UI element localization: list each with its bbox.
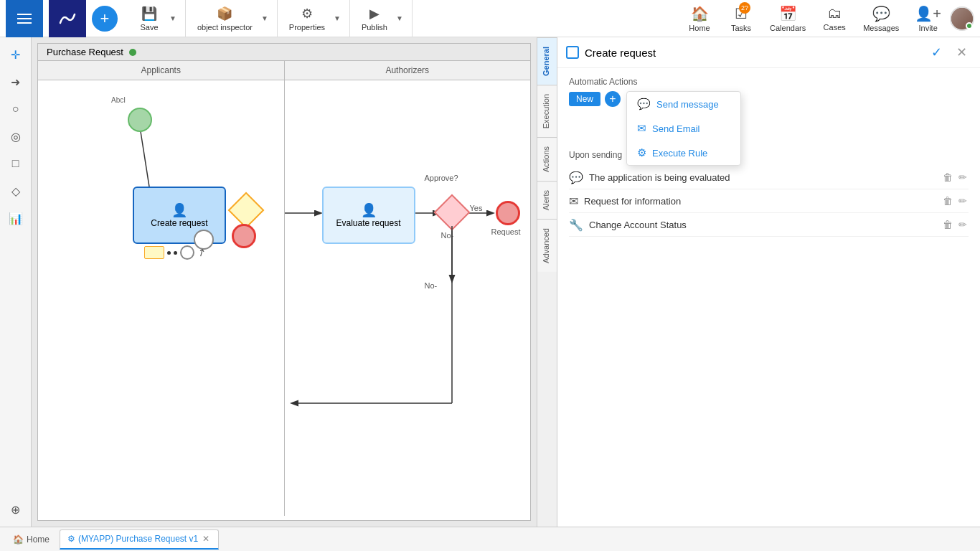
nav-right: 🏠 Home ☑ 2? Tasks 📅 Calendars 🗂 Cases 💬 … [679,2,974,35]
tasks-nav-label: Tasks [731,24,751,32]
properties-button[interactable]: ⚙ Properties [283,3,331,34]
yes-end-event[interactable] [496,201,520,225]
panel-title: Create request [585,47,921,59]
applicants-connections [38,80,284,514]
add-action-button[interactable]: + [605,91,621,107]
approve-gateway[interactable] [433,194,470,231]
arrow-tool[interactable]: ➜ [4,70,27,93]
main-toolbar: + 💾 Save ▼ 📦 object inspector ▼ ⚙ Proper… [0,0,980,37]
invite-icon: 👤+ [915,5,941,22]
bottom-tabs: 🏠 Home ⚙ (MYAPP) Purchase Request v1 ✕ [0,527,980,551]
messages-nav-button[interactable]: 💬 Messages [856,2,906,35]
online-indicator [966,22,973,29]
diamond-tool[interactable]: ◇ [4,179,27,202]
dot1 [167,251,171,255]
action-1-btns: 🗑 ✏ [941,170,969,184]
tab-alerts[interactable]: Alerts [537,181,557,219]
cases-icon: 🗂 [827,5,842,22]
cases-nav-button[interactable]: 🗂 Cases [814,2,854,34]
panel-confirm-button[interactable]: ✓ [927,43,946,62]
action-row-2: ✉ Request for information 🗑 ✏ [569,189,969,213]
object-inspector-arrow[interactable]: ▼ [258,13,271,24]
approve-label: Approve? [425,174,458,182]
yes-label: Yes [470,204,483,212]
intermediate-small [180,245,194,260]
tasks-badge-count: 2? [739,2,750,14]
tasks-nav-button[interactable]: ☑ 2? Tasks [721,2,761,35]
automatic-actions-label: Automatic Actions [569,77,969,87]
properties-icon: ⚙ [301,6,313,22]
panel-close-button[interactable]: ✕ [952,43,971,62]
action-2-delete-btn[interactable]: 🗑 [941,194,954,208]
action-row-1: 💬 The application is being evaluated 🗑 ✏ [569,166,969,189]
create-gateway[interactable] [228,192,265,229]
tab-actions[interactable]: Actions [537,137,557,181]
user-avatar-wrap[interactable] [950,6,974,31]
diagram-lanes: Applicants [38,61,530,516]
save-dropdown-arrow[interactable]: ▼ [166,13,179,24]
pan-tool[interactable]: ✛ [4,43,27,66]
messages-nav-label: Messages [863,24,899,32]
tab-advanced[interactable]: Advanced [537,219,557,272]
app-logo [6,0,43,37]
start-label: AbcI [111,96,126,104]
create-end-event[interactable] [232,224,256,248]
circle-tool[interactable]: ○ [4,98,27,121]
panel-header: Create request ✓ ✕ [557,37,980,68]
invite-nav-button[interactable]: 👤+ Invite [908,2,948,35]
square-tool[interactable]: □ [4,152,27,175]
action-3-delete-btn[interactable]: 🗑 [941,217,954,232]
diagram-tab-close[interactable]: ✕ [201,534,211,544]
execute-rule-label: Execute Rule [652,148,707,159]
diagram-bottom-tab[interactable]: ⚙ (MYAPP) Purchase Request v1 ✕ [60,529,219,550]
tab-execution[interactable]: Execution [537,85,557,137]
send-email-label: Send Email [652,123,699,134]
cases-nav-label: Cases [824,23,846,32]
brand-icon [49,0,86,37]
save-icon: 💾 [141,6,157,22]
no-label-2: No- [425,281,438,290]
calendars-nav-button[interactable]: 📅 Calendars [763,2,813,35]
hamburger-menu[interactable] [17,14,32,24]
action-3-edit-btn[interactable]: ✏ [957,217,969,232]
authorizers-connections [285,80,531,514]
chart-tool[interactable]: 📊 [4,207,27,230]
add-element-tool[interactable]: ⊕ [4,498,27,521]
action-2-edit-btn[interactable]: ✏ [957,194,969,208]
add-button[interactable]: + [92,6,118,32]
properties-arrow[interactable]: ▼ [331,13,344,24]
publish-group: ▶ Publish ▼ [350,0,413,37]
dropdown-send-email[interactable]: ✉ Send Email [627,116,740,141]
start-event[interactable] [128,108,152,132]
evaluate-request-label: Evaluate request [336,218,400,228]
invite-nav-label: Invite [919,24,938,32]
action-1-delete-btn[interactable]: 🗑 [941,170,954,184]
action-2-btns: 🗑 ✏ [941,194,969,208]
action-1-text: The application is being evaluated [589,172,936,183]
action-1-icon: 💬 [569,171,583,184]
publish-arrow[interactable]: ▼ [393,13,406,24]
publish-button[interactable]: ▶ Publish [356,3,393,34]
object-inspector-button[interactable]: 📦 object inspector [192,3,258,34]
home-bottom-label: Home [27,534,50,545]
action-3-icon: 🔧 [569,218,583,232]
right-detail-panel: Create request ✓ ✕ Automatic Actions New… [557,37,980,527]
diagram-title-bar: Purchase Request [38,44,530,61]
dropdown-send-message[interactable]: 💬 Send message [627,92,740,116]
dropdown-menu: 💬 Send message ✉ Send Email ⚙ Execute Ru… [626,91,741,166]
tab-general[interactable]: General [537,37,557,85]
save-button[interactable]: 💾 Save [132,3,166,34]
home-nav-button[interactable]: 🏠 Home [679,2,720,35]
left-sidebar: ✛ ➜ ○ ◎ □ ◇ 📊 ⊕ [0,37,32,527]
dotted-circle-tool[interactable]: ◎ [4,125,27,148]
evaluate-request-task[interactable]: 👤 Evaluate request [322,187,415,244]
home-icon: 🏠 [691,5,709,22]
home-bottom-icon: 🏠 [13,534,24,545]
home-bottom-tab[interactable]: 🏠 Home [6,532,57,547]
dropdown-execute-rule[interactable]: ⚙ Execute Rule [627,141,740,165]
create-request-label: Create request [151,218,207,228]
action-1-edit-btn[interactable]: ✏ [957,170,969,184]
new-row: New + 💬 Send message ✉ Send Email ⚙ Exec… [569,91,969,107]
object-inspector-group: 📦 object inspector ▼ [186,0,278,37]
send-message-label: Send message [656,99,719,110]
